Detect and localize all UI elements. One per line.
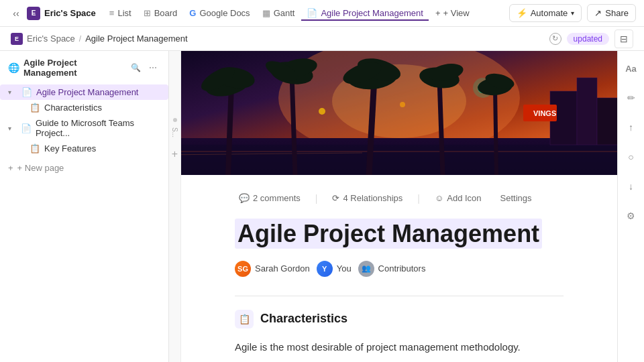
top-nav: ‹‹ E Eric's Space ≡ List ⊞ Board G Googl… <box>0 0 644 27</box>
gantt-icon: ▦ <box>262 8 270 18</box>
author-contributors: 👥 Contributors <box>358 261 426 277</box>
sidebar-search-btn[interactable]: 🔍 <box>128 60 143 75</box>
sidebar-title: Agile Project Management <box>23 58 124 78</box>
author-you: Y You <box>317 261 352 277</box>
relationships-btn[interactable]: ⟳ 4 Relationships <box>328 191 407 205</box>
share-right-btn[interactable]: ↑ <box>622 118 641 137</box>
comment-icon: 💬 <box>239 193 250 203</box>
typography-btn[interactable]: Aa <box>622 59 641 78</box>
doc-authors: SG Sarah Gordon Y You 👥 Contributors <box>235 261 564 277</box>
nav-item-agile[interactable]: 📄 Agile Project Management <box>301 5 428 21</box>
updated-badge: updated <box>567 33 609 45</box>
sidebar-item-key-features[interactable]: 📋 Key Features <box>0 141 168 156</box>
content-scroll: VINGS <box>181 51 617 362</box>
right-sidebar: Aa ✏ ↑ ○ ↓ ⚙ <box>617 51 644 362</box>
author-sarah: SG Sarah Gordon <box>235 261 310 277</box>
section-doc-icon: 📋 <box>235 310 254 328</box>
sidebar-page-icon-agile: 📄 <box>21 87 32 97</box>
sidebar-toggle-guide[interactable]: ▾ <box>8 125 17 132</box>
automate-btn[interactable]: ⚡ Automate ▾ <box>509 4 582 22</box>
left-bar-text: S... <box>171 127 178 137</box>
sidebar-toggle-agile[interactable]: ▾ <box>8 88 17 96</box>
svg-point-32 <box>319 108 325 115</box>
share-icon: ↗ <box>594 8 602 18</box>
sidebar-item-label-guide: Guide to Microsoft Teams Project... <box>36 118 160 138</box>
breadcrumb-space[interactable]: Eric's Space <box>27 34 75 44</box>
group-icon: 👥 <box>362 264 371 273</box>
sidebar-actions: 🔍 ⋯ <box>128 60 160 75</box>
nav-item-google-docs[interactable]: G Google Docs <box>184 5 255 21</box>
sidebar-item-label-agile: Agile Project Management <box>36 87 138 97</box>
smiley-icon: ☺ <box>435 193 443 203</box>
svg-text:VINGS: VINGS <box>533 109 556 117</box>
doc-divider <box>235 296 564 296</box>
avatar-contributors: 👥 <box>358 261 374 277</box>
svg-rect-4 <box>181 145 617 175</box>
hero-image: VINGS <box>181 51 617 175</box>
settings-circle-icon: ↻ <box>549 33 561 45</box>
space-name: Eric's Space <box>44 8 96 18</box>
content-area: S... + <box>169 51 644 362</box>
add-icon-btn[interactable]: ☺ Add Icon <box>431 191 486 205</box>
sidebar-header: 🌐 Agile Project Management 🔍 ⋯ <box>0 51 168 84</box>
svg-line-18 <box>292 74 295 175</box>
collapse-btn[interactable]: ‹‹ <box>8 5 24 21</box>
sidebar-page-icon-guide: 📄 <box>21 123 32 133</box>
circle-btn[interactable]: ○ <box>622 147 641 166</box>
meta-sep-1: | <box>315 193 318 204</box>
meta-sep-2: | <box>417 193 420 204</box>
svg-line-14 <box>228 84 231 175</box>
google-docs-icon: G <box>189 8 196 18</box>
page-icon: 📄 <box>307 8 317 18</box>
refresh-icon: ↻ <box>552 34 558 43</box>
sidebar-item-characteristics[interactable]: 📋 Characteristics <box>0 100 168 115</box>
sidebar-item-guide[interactable]: ▾ 📄 Guide to Microsoft Teams Project... <box>0 115 168 141</box>
sidebar-item-label-features: Key Features <box>44 143 96 154</box>
svg-point-33 <box>400 102 405 107</box>
relationship-icon: ⟳ <box>332 193 339 203</box>
share-btn[interactable]: ↗ Share <box>587 4 636 22</box>
breadcrumb-sep: / <box>79 34 81 44</box>
left-bar-plus-btn[interactable]: + <box>172 148 178 160</box>
nav-item-board[interactable]: ⊞ Board <box>138 5 183 21</box>
download-btn[interactable]: ↓ <box>622 177 641 196</box>
doc-title-container: Agile Project Management <box>235 219 564 250</box>
left-bar-dot <box>173 118 177 122</box>
sidebar-page-icon-characteristics: 📋 <box>30 103 40 113</box>
left-bar: S... + <box>169 51 181 362</box>
sidebar: 🌐 Agile Project Management 🔍 ⋯ ▾ 📄 Agile… <box>0 51 169 362</box>
nav-right: ⚡ Automate ▾ ↗ Share <box>509 4 636 22</box>
settings-btn[interactable]: Settings <box>496 191 536 205</box>
settings-right-btn[interactable]: ⚙ <box>622 206 641 225</box>
plus-new-icon: + <box>8 163 13 173</box>
plus-icon: + <box>435 8 441 18</box>
sidebar-item-agile[interactable]: ▾ 📄 Agile Project Management <box>0 84 168 100</box>
section-header: 📋 Characteristics <box>235 310 564 328</box>
svg-rect-8 <box>577 78 597 145</box>
sidebar-new-page-btn[interactable]: + + New page <box>0 159 168 177</box>
breadcrumb-bar: E Eric's Space / Agile Project Managemen… <box>0 27 644 51</box>
doc-title[interactable]: Agile Project Management <box>235 219 542 249</box>
globe-icon: 🌐 <box>8 62 19 73</box>
doc-content: 💬 2 comments | ⟳ 4 Relationships | ☺ Add… <box>181 175 617 362</box>
add-view-btn[interactable]: + + View <box>430 5 475 21</box>
doc-meta: 💬 2 comments | ⟳ 4 Relationships | ☺ Add… <box>235 191 564 205</box>
nav-item-gantt[interactable]: ▦ Gantt <box>257 5 301 21</box>
layout-toggle-btn[interactable]: ⊟ <box>614 29 633 48</box>
main-layout: 🌐 Agile Project Management 🔍 ⋯ ▾ 📄 Agile… <box>0 51 644 362</box>
breadcrumb-space-icon: E <box>11 33 23 45</box>
doc-body-text: Agile is the most desirable of project m… <box>235 339 564 355</box>
breadcrumb-right: ↻ updated ⊟ <box>549 29 633 48</box>
svg-rect-9 <box>597 98 617 145</box>
sidebar-more-btn[interactable]: ⋯ <box>146 60 160 75</box>
board-icon: ⊞ <box>144 8 151 18</box>
nav-item-list[interactable]: ≡ List <box>104 5 137 21</box>
comments-btn[interactable]: 💬 2 comments <box>235 191 305 205</box>
breadcrumb-current: Agile Project Management <box>85 34 187 44</box>
avatar-you: Y <box>317 261 333 277</box>
svg-line-29 <box>495 88 496 175</box>
edit-btn[interactable]: ✏ <box>622 88 641 107</box>
avatar-sarah: SG <box>235 261 251 277</box>
svg-line-26 <box>439 79 443 175</box>
chevron-down-icon: ▾ <box>571 9 574 17</box>
